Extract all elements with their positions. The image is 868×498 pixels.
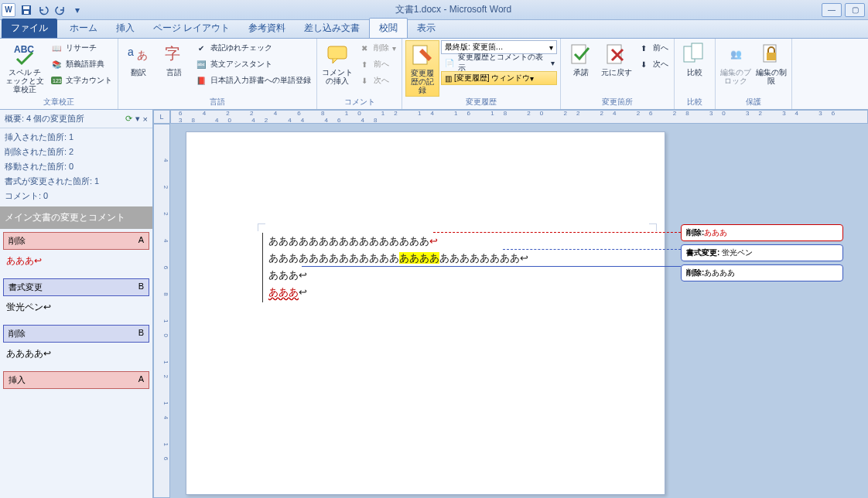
group-language: aあ翻訳 字言語 ✔表記ゆれチェック 🔤英文アシスタント 📕日本語入力辞書への単… <box>118 39 317 109</box>
undo-icon[interactable] <box>36 2 51 18</box>
change-next-button[interactable]: ⬇次へ <box>635 56 671 72</box>
tab-file[interactable]: ファイル <box>2 19 57 38</box>
tab-layout[interactable]: ページ レイアウト <box>144 19 239 38</box>
connector-line <box>433 232 681 233</box>
text-line: あああ↩ <box>268 284 649 301</box>
text-line: あああああああああああああああああああああああああ↩ <box>268 250 649 267</box>
thesaurus-icon: 📚 <box>50 58 63 70</box>
compare-button[interactable]: 比較 <box>678 40 712 78</box>
svg-text:123: 123 <box>53 78 62 84</box>
minimize-button[interactable]: — <box>822 3 842 17</box>
vertical-ruler[interactable]: 4 2 2 4 6 8 10 12 14 16 <box>153 124 170 498</box>
research-icon: 📖 <box>50 42 63 54</box>
rev-item-header[interactable]: 書式変更B <box>3 278 149 296</box>
restrict-button[interactable]: 編集の制限 <box>754 40 788 87</box>
svg-rect-9 <box>328 46 347 59</box>
reviewing-pane-button[interactable]: ▥[変更履歴] ウィンドウ ▾ <box>441 71 557 85</box>
svg-rect-2 <box>24 11 29 14</box>
close-icon[interactable]: × <box>143 114 148 124</box>
wordcount-button[interactable]: 123文字カウント <box>48 73 114 88</box>
accept-button[interactable]: 承諾 <box>564 40 598 78</box>
text-line: あああ↩ <box>268 267 649 284</box>
change-prev-button[interactable]: ⬆前へ <box>635 40 671 56</box>
ribbon: ABC スペル チェックと文章校正 📖リサーチ 📚類義語辞典 123文字カウント… <box>0 39 868 110</box>
language-icon: 字 <box>162 42 186 67</box>
track-icon <box>410 43 435 67</box>
rev-item-body: あああ↩ <box>0 253 152 275</box>
chevron-down-icon[interactable]: ▾ <box>135 114 140 124</box>
page-content[interactable]: ああああああああああああああああ↩ ああああああああああああああああああああああ… <box>268 233 649 301</box>
lock-icon <box>759 42 784 67</box>
hyoki-button[interactable]: ✔表記ゆれチェック <box>193 40 313 56</box>
word-icon: W <box>2 3 15 17</box>
svg-text:a: a <box>128 46 134 58</box>
reject-button[interactable]: 元に戻す <box>600 40 634 78</box>
accept-icon <box>569 42 593 67</box>
workspace: 概要: 4 個の変更箇所 ⟳ ▾ × 挿入された箇所: 1 削除された箇所: 2… <box>0 110 868 498</box>
svg-text:字: 字 <box>165 45 180 62</box>
show-markup-button[interactable]: 📄変更履歴とコメントの表示 ▾ <box>441 55 557 70</box>
rev-item-header[interactable]: 削除A <box>3 232 149 250</box>
reviewing-pane-header: 概要: 4 個の変更箇所 ⟳ ▾ × <box>0 110 152 128</box>
tab-mailings[interactable]: 差し込み文書 <box>295 19 369 38</box>
title-bar: W ▾ 文書1.docx - Microsoft Word — ▢ <box>0 0 868 20</box>
ribbon-tabs: ファイル ホーム 挿入 ページ レイアウト 参考資料 差し込み文書 校閲 表示 <box>0 20 868 39</box>
translate-button[interactable]: aあ翻訳 <box>121 40 155 78</box>
qat-more-icon[interactable]: ▾ <box>70 2 85 18</box>
prev-icon: ⬆ <box>358 58 371 70</box>
translate-icon: aあ <box>126 42 151 67</box>
group-tracking: 変更履歴の記録 最終版: 変更箇…▾ 📄変更履歴とコメントの表示 ▾ ▥[変更履… <box>402 39 561 109</box>
track-changes-button[interactable]: 変更履歴の記録 <box>405 40 439 97</box>
comment-next-button: ⬇次へ <box>356 73 398 88</box>
balloon-delete[interactable]: 削除:あああ <box>681 224 843 241</box>
refresh-icon[interactable]: ⟳ <box>125 114 132 124</box>
quick-access-toolbar: ▾ <box>19 2 85 18</box>
thesaurus-button[interactable]: 📚類義語辞典 <box>48 56 114 72</box>
research-button[interactable]: 📖リサーチ <box>48 40 114 56</box>
compare-icon <box>682 42 707 67</box>
group-label-proofing: 文章校正 <box>3 97 114 107</box>
next-icon: ⬇ <box>358 74 371 87</box>
reviewing-stats: 挿入された箇所: 1 削除された箇所: 2 移動された箇所: 0 書式が変更され… <box>0 128 152 205</box>
balloon-delete[interactable]: 削除:ああああ <box>681 264 843 281</box>
assistant-icon: 🔤 <box>195 58 207 70</box>
stat-formatting: 書式が変更された箇所: 1 <box>5 174 148 189</box>
group-label-comments: コメント <box>320 97 398 107</box>
tab-review[interactable]: 校閲 <box>369 18 408 38</box>
group-comments: コメントの挿入 ✖削除 ▾ ⬆前へ ⬇次へ コメント <box>317 39 402 109</box>
tabstop-selector[interactable]: L <box>153 110 170 124</box>
language-button[interactable]: 字言語 <box>157 40 191 78</box>
group-compare: 比較 比較 <box>675 39 716 109</box>
tab-references[interactable]: 参考資料 <box>239 19 295 38</box>
new-comment-button[interactable]: コメントの挿入 <box>320 40 354 87</box>
spellcheck-icon: ABC <box>12 42 37 67</box>
group-changes: 承諾 元に戻す ⬆前へ ⬇次へ 変更箇所 <box>561 39 675 109</box>
block-authors-button[interactable]: 👥編集のブロック <box>719 40 753 87</box>
horizontal-ruler[interactable]: 6 4 2 2 4 6 8 10 12 14 16 18 20 22 24 26… <box>170 110 868 124</box>
document-scroll[interactable]: ああああああああああああああああ↩ ああああああああああああああああああああああ… <box>170 124 868 498</box>
tab-view[interactable]: 表示 <box>408 19 445 38</box>
reviewing-section-title: メイン文書の変更とコメント <box>0 206 152 229</box>
save-icon[interactable] <box>19 2 34 18</box>
svg-text:あ: あ <box>137 49 148 61</box>
tab-insert[interactable]: 挿入 <box>107 19 144 38</box>
comment-prev-button: ⬆前へ <box>356 56 398 72</box>
tab-home[interactable]: ホーム <box>60 19 107 38</box>
rev-item-header[interactable]: 削除B <box>3 325 149 343</box>
group-label-changes: 変更箇所 <box>564 97 671 107</box>
nihongo-button[interactable]: 📕日本語入力辞書への単語登録 <box>193 73 313 88</box>
rev-item-header[interactable]: 挿入A <box>3 371 149 389</box>
redo-icon[interactable] <box>53 2 68 18</box>
change-bar <box>262 233 263 302</box>
eigo-button[interactable]: 🔤英文アシスタント <box>193 56 313 72</box>
svg-rect-16 <box>767 53 776 60</box>
maximize-button[interactable]: ▢ <box>845 3 865 17</box>
page[interactable]: ああああああああああああああああ↩ ああああああああああああああああああああああ… <box>186 131 665 495</box>
balloon-format[interactable]: 書式変更: 蛍光ペン <box>681 244 843 261</box>
reviewing-pane: 概要: 4 個の変更箇所 ⟳ ▾ × 挿入された箇所: 1 削除された箇所: 2… <box>0 110 153 498</box>
ime-icon: 📕 <box>195 74 207 87</box>
spelling-button[interactable]: ABC スペル チェックと文章校正 <box>3 40 46 95</box>
pane-icon: ▥ <box>445 74 452 83</box>
stat-deletions: 削除された箇所: 2 <box>5 145 148 159</box>
group-protect: 👥編集のブロック 編集の制限 保護 <box>716 39 792 109</box>
